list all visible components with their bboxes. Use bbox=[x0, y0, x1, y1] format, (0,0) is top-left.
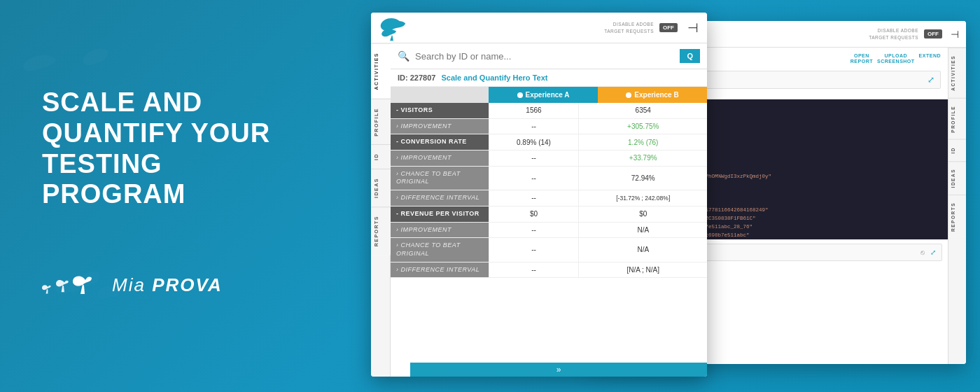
metric-conversion: - CONVERSION RATE bbox=[391, 134, 489, 150]
val-a-diff-2: -- bbox=[489, 262, 579, 278]
val-b-improvement-3: N/A bbox=[579, 222, 707, 238]
val-b-chance-2: N/A bbox=[579, 238, 707, 262]
metric-chance-2: › CHANCE TO BEAT ORIGINAL bbox=[391, 238, 489, 262]
chevron-down-icon: » bbox=[556, 365, 561, 374]
table-row-diff: › DIFFERENCE INTERVAL -- [-31.72% ; 242.… bbox=[391, 190, 707, 206]
search-button[interactable]: Q bbox=[680, 49, 700, 63]
tab-reports[interactable]: REPORTS bbox=[371, 206, 391, 255]
table-row-improvement-1: › IMPROVEMENT -- +305.75% bbox=[391, 118, 707, 134]
adobe-toggle-front: DISABLE ADOBE TARGET REQUESTS bbox=[604, 21, 654, 34]
exit-icon[interactable]: ⊣ bbox=[951, 29, 959, 40]
val-b-diff-2: [N/A ; N/A] bbox=[579, 262, 707, 278]
metric-diff-2: › DIFFERENCE INTERVAL bbox=[391, 262, 489, 278]
tab-ideas[interactable]: IDEAS bbox=[371, 169, 391, 206]
metric-diff: › DIFFERENCE INTERVAL bbox=[391, 190, 489, 206]
expand-icon-227807[interactable]: ⤢ bbox=[930, 248, 936, 256]
val-b-improvement-1: +305.75% bbox=[579, 118, 707, 134]
front-panel: DISABLE ADOBE TARGET REQUESTS OFF ⊣ ACTI… bbox=[371, 13, 707, 377]
tab-profile[interactable]: PROFILE bbox=[371, 99, 391, 145]
table-row-chance-2: › CHANCE TO BEAT ORIGINAL -- N/A bbox=[391, 238, 707, 262]
metric-visitors: - VISITORS bbox=[391, 103, 489, 118]
open-report-button[interactable]: OPEN REPORT bbox=[850, 53, 873, 65]
exit-icon-front[interactable]: ⊣ bbox=[687, 20, 699, 36]
back-side-tabs: ACTIVITIES PROFILE ID IDEAS REPORTS bbox=[948, 48, 966, 364]
activity-name-label: Scale and Quantify Hero Text bbox=[441, 74, 700, 82]
on-this-page-actions: OPEN REPORT UPLOAD SCREENSHOT EXTEND bbox=[850, 53, 941, 65]
front-panel-logo-icon bbox=[379, 15, 418, 41]
tab-id[interactable]: ID bbox=[371, 144, 391, 169]
toggle-button-front[interactable]: OFF bbox=[659, 23, 678, 32]
metric-improvement-2: › IMPROVEMENT bbox=[391, 150, 489, 167]
share-icon[interactable]: ⎋ bbox=[920, 248, 925, 256]
exp-b-dot bbox=[626, 92, 631, 98]
activity-id-label: ID: 227807 bbox=[398, 74, 435, 82]
adobe-toggle-label: DISABLE ADOBE TARGET REQUESTS bbox=[869, 27, 918, 41]
bottom-bar[interactable]: » bbox=[410, 363, 707, 377]
val-a-chance-2: -- bbox=[489, 238, 579, 262]
back-tab-ideas[interactable]: IDEAS bbox=[948, 161, 966, 195]
table-row-improvement-2: › IMPROVEMENT -- +33.79% bbox=[391, 150, 707, 167]
val-a-diff: -- bbox=[489, 190, 579, 206]
toggle-off-button[interactable]: OFF bbox=[924, 29, 942, 38]
exp-a-tab[interactable]: Experience A bbox=[489, 87, 598, 103]
val-a-improvement-3: -- bbox=[489, 222, 579, 238]
extend-button[interactable]: EXTEND bbox=[919, 53, 941, 65]
logo-area: Mia PROVA bbox=[42, 266, 308, 304]
metric-improvement-3: › IMPROVEMENT bbox=[391, 222, 489, 238]
exp-a-dot bbox=[517, 92, 523, 98]
back-tab-activities[interactable]: ACTIVITIES bbox=[948, 48, 966, 98]
experience-tabs: Experience A Experience B bbox=[391, 87, 707, 103]
metric-chance: › CHANCE TO BEAT ORIGINAL bbox=[391, 166, 489, 190]
table-row-revenue: - REVENUE PER VISITOR $0 $0 bbox=[391, 206, 707, 222]
val-b-improvement-2: +33.79% bbox=[579, 150, 707, 167]
table-row-visitors: - VISITORS 1566 6354 bbox=[391, 103, 707, 118]
exp-b-tab[interactable]: Experience B bbox=[598, 87, 707, 103]
data-table: - VISITORS 1566 6354 › IMPROVEMENT -- +3… bbox=[391, 103, 707, 278]
panel-content: 🔍 Q ID: 227807 Scale and Quantify Hero T… bbox=[391, 43, 707, 377]
hero-title: SCALE AND QUANTIFY YOUR TESTING PROGRAM bbox=[42, 88, 308, 210]
side-tabs: ACTIVITIES PROFILE ID IDEAS REPORTS bbox=[371, 43, 391, 377]
val-a-visitors: 1566 bbox=[489, 103, 579, 118]
val-b-chance: 72.94% bbox=[579, 166, 707, 190]
logo-birds-icon bbox=[42, 266, 105, 304]
val-a-chance: -- bbox=[489, 166, 579, 190]
mia-prova-logo-text: Mia PROVA bbox=[112, 274, 223, 296]
upload-screenshot-button[interactable]: UPLOAD SCREENSHOT bbox=[877, 53, 915, 65]
val-a-improvement-1: -- bbox=[489, 118, 579, 134]
expand-icon-239541[interactable]: ⤢ bbox=[927, 75, 934, 85]
table-row-conversion: - CONVERSION RATE 0.89% (14) 1.2% (76) bbox=[391, 134, 707, 150]
front-panel-header: DISABLE ADOBE TARGET REQUESTS OFF ⊣ bbox=[371, 13, 707, 43]
val-b-revenue: $0 bbox=[579, 206, 707, 222]
metric-improvement-1: › IMPROVEMENT bbox=[391, 118, 489, 134]
search-icon: 🔍 bbox=[398, 50, 410, 62]
back-tab-id[interactable]: ID bbox=[948, 139, 966, 161]
activity-id-row: ID: 227807 Scale and Quantify Hero Text bbox=[391, 69, 707, 87]
val-b-conversion: 1.2% (76) bbox=[579, 134, 707, 150]
val-b-diff: [-31.72% ; 242.08%] bbox=[579, 190, 707, 206]
val-a-improvement-2: -- bbox=[489, 150, 579, 167]
back-tab-reports[interactable]: REPORTS bbox=[948, 195, 966, 239]
search-input[interactable] bbox=[415, 51, 674, 62]
table-row-diff-2: › DIFFERENCE INTERVAL -- [N/A ; N/A] bbox=[391, 262, 707, 278]
table-row-chance: › CHANCE TO BEAT ORIGINAL -- 72.94% bbox=[391, 166, 707, 190]
val-b-visitors: 6354 bbox=[579, 103, 707, 118]
tab-activities[interactable]: ACTIVITIES bbox=[371, 43, 391, 99]
search-bar: 🔍 Q bbox=[391, 43, 707, 69]
table-row-improvement-3: › IMPROVEMENT -- N/A bbox=[391, 222, 707, 238]
back-tab-profile[interactable]: PROFILE bbox=[948, 98, 966, 140]
val-a-conversion: 0.89% (14) bbox=[489, 134, 579, 150]
val-a-revenue: $0 bbox=[489, 206, 579, 222]
metric-revenue: - REVENUE PER VISITOR bbox=[391, 206, 489, 222]
